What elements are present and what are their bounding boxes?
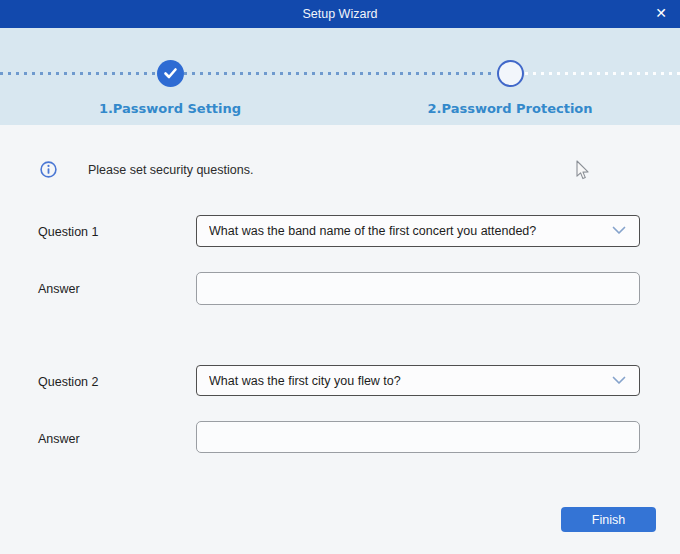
chevron-down-icon (612, 226, 626, 235)
window-title: Setup Wizard (0, 0, 680, 28)
finish-button[interactable]: Finish (561, 507, 656, 532)
step-1-indicator (157, 60, 184, 87)
question-1-label: Question 1 (38, 225, 98, 239)
question-2-label: Question 2 (38, 375, 98, 389)
info-icon (40, 161, 57, 178)
stepper: 1.Password Setting 2.Password Protection (0, 28, 680, 125)
close-icon[interactable]: ✕ (651, 0, 671, 28)
chevron-down-icon (612, 376, 626, 385)
question-1-selected-value: What was the band name of the first conc… (209, 216, 599, 246)
step-2-indicator (497, 60, 524, 87)
setup-wizard-window: Setup Wizard ✕ 1.Password Setting 2.Pass… (0, 0, 680, 554)
wizard-content: Please set security questions. Question … (0, 125, 680, 554)
answer-1-input[interactable] (196, 272, 640, 305)
answer-2-label: Answer (38, 432, 80, 446)
question-2-select[interactable]: What was the first city you flew to? (196, 365, 640, 396)
stepper-connector-active (0, 72, 496, 75)
answer-2-input[interactable] (196, 421, 640, 453)
step-1-label: 1.Password Setting (20, 101, 320, 116)
answer-1-label: Answer (38, 282, 80, 296)
stepper-connector-inactive (525, 72, 680, 75)
check-icon (163, 67, 178, 80)
info-message: Please set security questions. (88, 163, 253, 177)
question-2-selected-value: What was the first city you flew to? (209, 366, 599, 395)
step-2-label: 2.Password Protection (360, 101, 660, 116)
question-1-select[interactable]: What was the band name of the first conc… (196, 215, 640, 247)
titlebar: Setup Wizard ✕ (0, 0, 680, 28)
